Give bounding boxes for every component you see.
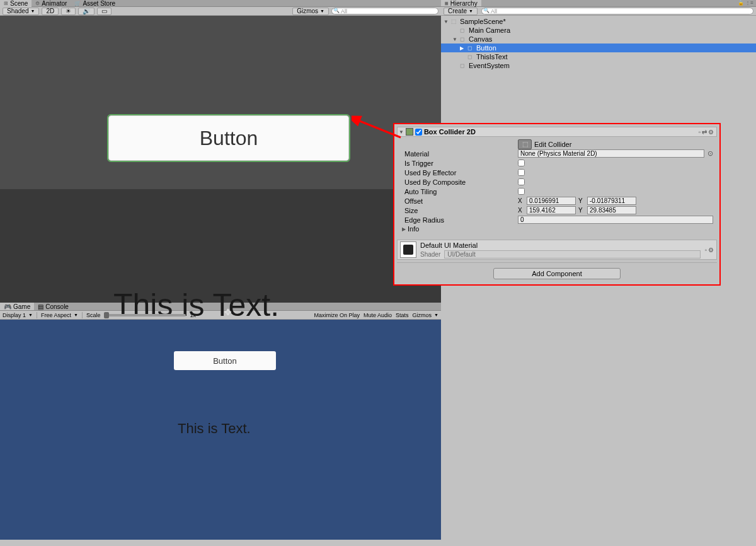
scale-label: Scale [86, 312, 101, 318]
scene-search-input[interactable]: All [331, 8, 438, 15]
edit-collider-icon-button[interactable]: ⬚ [518, 139, 532, 149]
chevron-down-icon: ▼ [74, 313, 78, 317]
is-trigger-label: Is Trigger [401, 160, 518, 167]
display-dropdown[interactable]: Display 1▼ [3, 312, 33, 318]
shaded-dropdown[interactable]: Shaded ▼ [3, 8, 39, 15]
tab-hierarchy[interactable]: ≡Hierarchy [441, 0, 481, 6]
used-by-composite-checkbox[interactable] [518, 178, 525, 185]
hierarchy-item-main-camera[interactable]: ◻Main Camera [441, 26, 756, 35]
scene-toolbar: Shaded ▼ 2D ☀ 🔊 ▭ Gizmos ▼ All [0, 7, 441, 16]
move-gizmo-icon[interactable]: ✥ [224, 307, 232, 317]
collapse-arrow-icon[interactable]: ▼ [399, 129, 404, 135]
tab-scene-label: Scene [10, 0, 28, 7]
used-by-effector-checkbox[interactable] [518, 169, 525, 176]
game-ui-button[interactable]: Button [174, 351, 276, 370]
game-gizmos-dropdown[interactable]: Gizmos▼ [413, 312, 438, 318]
tab-game-label: Game [13, 303, 30, 310]
hierarchy-item-thisistext[interactable]: ◻ThisIsText [441, 52, 756, 61]
size-label: Size [401, 207, 518, 214]
add-component-button[interactable]: Add Component [493, 268, 621, 279]
hierarchy-tree: ▼⬚SampleScene* ◻Main Camera ▼◻Canvas ▶◻B… [441, 16, 756, 71]
hierarchy-toolbar: Create▼ All [441, 7, 756, 16]
scene-icon: ⊞ [4, 1, 8, 6]
lock-icon[interactable]: 🔒 [738, 0, 744, 6]
lighting-toggle[interactable]: ☀ [61, 8, 76, 15]
tab-game[interactable]: 🎮Game [0, 303, 34, 310]
gear-icon[interactable]: ⚙ [708, 247, 714, 253]
component-enabled-checkbox[interactable] [415, 129, 422, 136]
box-collider-2d-icon [406, 128, 413, 136]
chevron-down-icon: ▼ [469, 9, 473, 13]
is-trigger-checkbox[interactable] [518, 160, 525, 166]
chevron-down-icon: ▼ [434, 313, 438, 317]
scene-ui-text[interactable]: This is Text. [113, 287, 279, 323]
material-field[interactable]: None (Physics Material 2D) [518, 149, 704, 158]
chevron-down-icon: ▼ [28, 313, 33, 317]
auto-tiling-checkbox[interactable] [518, 188, 525, 195]
y-label: Y [578, 207, 585, 214]
object-picker-icon[interactable]: ⊙ [707, 149, 713, 158]
scene-ui-button[interactable]: Button [108, 115, 349, 161]
component-header-box-collider-2d[interactable]: ▼ Box Collider 2D ▫⇄⚙ [397, 127, 717, 137]
hierarchy-scene-row[interactable]: ▼⬚SampleScene* [441, 17, 756, 26]
mute-audio-toggle[interactable]: Mute Audio [364, 312, 392, 318]
edge-radius-label: Edge Radius [401, 216, 518, 224]
stats-toggle[interactable]: Stats [396, 312, 409, 318]
y-label: Y [578, 197, 585, 204]
unity-scene-icon: ⬚ [451, 18, 459, 25]
game-ui-text: This is Text. [178, 421, 251, 437]
expand-arrow-icon[interactable]: ▼ [444, 19, 450, 25]
offset-y-field[interactable]: -0.01879311 [587, 197, 636, 205]
x-label: X [518, 207, 524, 214]
scene-canvas-bounds [0, 189, 441, 303]
component-body: ⬚Edit Collider MaterialNone (Physics Mat… [397, 137, 717, 236]
info-foldout[interactable]: ▶Info [401, 224, 713, 233]
preset-icon[interactable]: ⇄ [702, 129, 707, 136]
hierarchy-icon: ≡ [445, 0, 449, 7]
tab-scene[interactable]: ⊞Scene [0, 0, 32, 7]
size-y-field[interactable]: 29.83485 [587, 206, 636, 214]
gizmos-dropdown[interactable]: Gizmos ▼ [292, 8, 329, 15]
expand-arrow-icon[interactable]: ▶ [460, 45, 466, 51]
x-label: X [518, 197, 524, 204]
scene-view[interactable]: Button This is Text. ✥ [0, 16, 441, 303]
console-icon: ▤ [38, 303, 43, 310]
aspect-dropdown[interactable]: Free Aspect▼ [41, 312, 78, 318]
tab-animator[interactable]: ⚙Animator [32, 0, 71, 7]
mode-2d-toggle[interactable]: 2D [42, 8, 59, 15]
inspector-highlight-box: ▼ Box Collider 2D ▫⇄⚙ ⬚Edit Collider Mat… [393, 123, 721, 286]
size-x-field[interactable]: 159.4162 [527, 206, 576, 214]
tab-console-label: Console [45, 303, 69, 310]
animator-icon: ⚙ [35, 1, 40, 6]
tab-asset-store-label: Asset Store [83, 0, 115, 7]
edge-radius-field[interactable]: 0 [518, 216, 713, 224]
tab-asset-store[interactable]: 🛒Asset Store [71, 0, 119, 7]
shader-dropdown[interactable]: UI/Default [444, 250, 701, 258]
panel-menu-icon[interactable]: ⋮≡ [745, 0, 753, 6]
help-icon[interactable]: ▫ [698, 129, 701, 136]
hierarchy-item-button[interactable]: ▶◻Button [441, 44, 756, 52]
offset-label: Offset [401, 197, 518, 205]
help-icon[interactable]: ▫ [704, 247, 707, 253]
hierarchy-item-eventsystem[interactable]: ◻EventSystem [441, 61, 756, 70]
offset-x-field[interactable]: 0.0196991 [527, 197, 576, 205]
tab-console[interactable]: ▤Console [34, 303, 72, 310]
hierarchy-item-canvas[interactable]: ▼◻Canvas [441, 35, 756, 44]
game-view[interactable]: Button This is Text. [0, 320, 441, 540]
gameobject-icon: ◻ [467, 54, 475, 60]
maximize-on-play-toggle[interactable]: Maximize On Play [314, 312, 360, 318]
hierarchy-tabs: ≡Hierarchy 🔒⋮≡ [441, 0, 756, 7]
expand-arrow-icon[interactable]: ▶ [402, 226, 406, 232]
scale-slider[interactable] [104, 314, 186, 317]
fx-toggle[interactable]: ▭ [97, 8, 112, 15]
expand-arrow-icon[interactable]: ▼ [452, 37, 459, 42]
tab-hierarchy-label: Hierarchy [450, 0, 478, 7]
gameobject-icon: ◻ [460, 36, 467, 42]
create-dropdown[interactable]: Create▼ [444, 8, 478, 15]
hierarchy-search-input[interactable]: All [481, 8, 753, 15]
material-preview-row[interactable]: Default UI Material ShaderUI/Default ▫⚙ [397, 240, 717, 260]
gear-icon[interactable]: ⚙ [708, 129, 714, 136]
audio-toggle[interactable]: 🔊 [78, 8, 94, 15]
chevron-down-icon: ▼ [30, 9, 35, 13]
component-title: Box Collider 2D [424, 128, 697, 136]
